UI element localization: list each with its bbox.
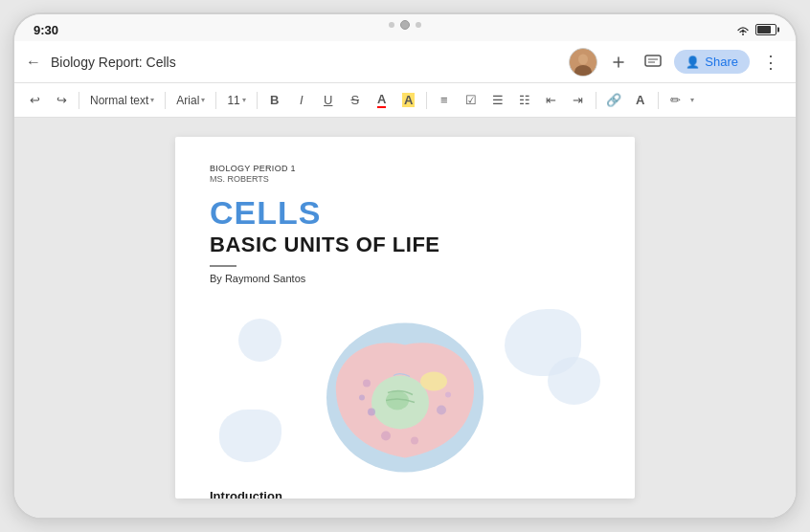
chevron-down-icon: ▾: [150, 96, 154, 104]
indent-button[interactable]: ⇥: [566, 88, 591, 113]
dropdown-arrow-icon: ▾: [690, 96, 694, 104]
plus-icon: [611, 55, 626, 70]
italic-button[interactable]: I: [289, 88, 314, 113]
share-label: Share: [705, 55, 738, 69]
toolbar-divider-1: [79, 92, 79, 109]
document-page: BIOLOGY PERIOD 1 MS. ROBERTS CELLS BASIC…: [175, 137, 635, 499]
avatar-icon: [570, 49, 596, 76]
font-dropdown[interactable]: Arial ▾: [170, 92, 211, 109]
bullet-list-button[interactable]: ☰: [485, 88, 510, 113]
battery-icon: [755, 24, 776, 35]
svg-point-16: [437, 406, 446, 415]
comment-button[interactable]: [640, 49, 666, 76]
highlight-button[interactable]: A: [396, 88, 421, 113]
camera-notch: [389, 20, 421, 30]
indent-icon: ⇥: [573, 93, 583, 107]
undo-button[interactable]: ↩: [22, 88, 47, 113]
strikethrough-icon: S: [350, 93, 359, 107]
draw-icon: ✏: [670, 93, 681, 107]
toolbar-divider-3: [215, 92, 216, 109]
bullet-icon: ☰: [492, 93, 504, 107]
svg-point-13: [363, 380, 371, 388]
cell-illustration: [210, 299, 600, 481]
subject-text: BIOLOGY: [210, 164, 251, 173]
toolbar-divider-2: [165, 92, 166, 109]
cell-diagram: [309, 307, 501, 475]
undo-icon: ↩: [30, 93, 40, 107]
underline-icon: U: [324, 93, 332, 107]
share-button[interactable]: 👤 Share: [674, 50, 750, 74]
comment-icon: [644, 55, 662, 70]
italic-icon: I: [300, 93, 304, 107]
svg-point-15: [368, 409, 375, 416]
intro-heading: Introduction: [210, 489, 600, 499]
align-button[interactable]: ≡: [432, 88, 457, 113]
chevron-down-icon: ▾: [201, 96, 205, 104]
period-text: PERIOD 1: [253, 164, 295, 173]
toolbar-divider-6: [596, 92, 596, 109]
redo-icon: ↪: [56, 93, 67, 107]
svg-point-18: [381, 432, 391, 441]
font-size-dropdown[interactable]: 11 ▾: [221, 92, 251, 109]
svg-point-14: [359, 395, 365, 401]
bold-button[interactable]: B: [262, 88, 287, 113]
toolbar-divider-7: [658, 92, 659, 109]
numbered-list-button[interactable]: ☷: [512, 88, 537, 113]
notch-dot: [416, 22, 421, 28]
bg-blob-3: [219, 410, 281, 462]
format-button[interactable]: A: [628, 88, 653, 113]
teacher-label: MS. ROBERTS: [210, 174, 600, 184]
highlight-icon: A: [402, 93, 415, 107]
checklist-icon: ☑: [465, 93, 477, 107]
status-time: 9:30: [34, 23, 58, 37]
font-size-label: 11: [227, 94, 239, 107]
bg-blob-2: [548, 357, 600, 405]
document-title-cells: CELLS: [210, 195, 600, 231]
svg-point-0: [742, 33, 744, 35]
text-color-button[interactable]: A: [370, 88, 394, 113]
bg-blob-4: [238, 319, 281, 362]
svg-point-2: [578, 54, 588, 64]
document-area: BIOLOGY PERIOD 1 MS. ROBERTS CELLS BASIC…: [14, 118, 796, 518]
avatar-button[interactable]: [569, 48, 597, 77]
header-actions: 👤 Share ⋮: [569, 48, 784, 77]
subject-label: BIOLOGY PERIOD 1: [210, 164, 600, 173]
svg-point-17: [445, 392, 451, 398]
chevron-down-icon: ▾: [242, 96, 246, 104]
link-icon: 🔗: [606, 93, 621, 107]
svg-point-19: [411, 437, 418, 445]
app-header: ← Biology Report: Cells: [14, 41, 796, 83]
text-style-dropdown[interactable]: Normal text ▾: [84, 92, 160, 109]
tablet-frame: 9:30 ← Biology Report: Cells: [12, 12, 798, 520]
more-icon: ⋮: [762, 52, 779, 73]
back-arrow-icon: ←: [26, 54, 41, 71]
format-icon: A: [636, 93, 644, 107]
strikethrough-button[interactable]: S: [343, 88, 368, 113]
svg-point-12: [420, 372, 447, 391]
outdent-button[interactable]: ⇤: [539, 88, 564, 113]
back-button[interactable]: ←: [26, 54, 41, 71]
more-options-button[interactable]: ⋮: [757, 49, 784, 76]
link-button[interactable]: 🔗: [601, 88, 626, 113]
checklist-button[interactable]: ☑: [459, 88, 484, 113]
author-label: By Raymond Santos: [210, 273, 600, 284]
align-icon: ≡: [440, 93, 448, 107]
front-camera: [400, 20, 410, 30]
number-icon: ☷: [519, 93, 530, 107]
formatting-toolbar: ↩ ↪ Normal text ▾ Arial ▾ 11 ▾ B I U: [14, 83, 796, 118]
notch-dot: [389, 22, 394, 28]
svg-rect-6: [645, 55, 661, 66]
draw-button[interactable]: ✏: [664, 88, 688, 113]
toolbar-divider-4: [257, 92, 258, 109]
status-icons: [735, 24, 776, 35]
title-divider: [210, 265, 236, 267]
text-color-icon: A: [377, 92, 386, 108]
redo-button[interactable]: ↪: [49, 88, 74, 113]
font-label: Arial: [176, 94, 199, 107]
bold-icon: B: [270, 93, 279, 107]
battery-fill: [757, 26, 771, 33]
wifi-icon: [735, 25, 751, 35]
underline-button[interactable]: U: [316, 88, 341, 113]
add-collaborator-button[interactable]: [605, 49, 632, 76]
document-subtitle: BASIC UNITS OF LIFE: [210, 233, 600, 257]
